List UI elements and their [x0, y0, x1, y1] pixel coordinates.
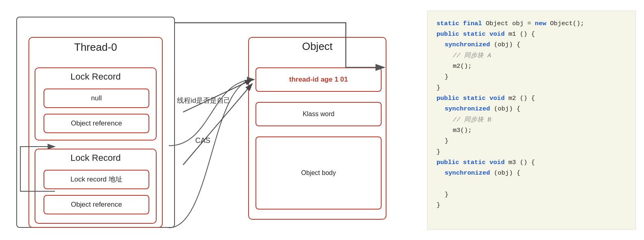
kw: Object obj =	[486, 20, 535, 27]
kw: }	[437, 84, 440, 91]
kw: }	[437, 148, 440, 156]
kw: (obj) {	[494, 105, 520, 112]
code-line-0: static final Object obj = new Object();	[437, 18, 627, 29]
lr2-cell2: Object reference	[44, 195, 149, 214]
kw: public static void	[437, 30, 509, 38]
code-line-15	[453, 179, 627, 189]
lock-record-1-label: Lock Record	[35, 71, 156, 82]
code-line-11: }	[445, 136, 627, 146]
lock-record-2-label: Lock Record	[35, 153, 156, 163]
kw: }	[437, 201, 440, 209]
kw: synchronized	[445, 41, 494, 48]
code-line-16: }	[445, 189, 627, 200]
cas-label: CAS	[195, 136, 210, 145]
code-line-10: m3();	[453, 125, 627, 136]
kw: static final	[437, 20, 486, 27]
kw: }	[445, 191, 448, 198]
kw: m2();	[453, 63, 472, 70]
kw: public static void	[437, 159, 509, 166]
object-label: Object	[260, 40, 374, 53]
kw: synchronized	[445, 169, 494, 177]
thread-box-label: Thread-0	[41, 41, 151, 54]
kw: new	[535, 20, 550, 27]
code-line-6: }	[437, 82, 627, 93]
code-line-8: synchronized (obj) {	[445, 104, 627, 114]
code-line-14: synchronized (obj) {	[445, 168, 627, 178]
kw: (obj) {	[494, 169, 520, 177]
code-line-7: public static void m2 () {	[437, 93, 627, 104]
kw: m3();	[453, 127, 472, 134]
code-line-13: public static void m3 () {	[437, 157, 627, 168]
lr2-cell1: Lock record 地址	[44, 170, 149, 189]
lr1-cell2-value: Object reference	[71, 119, 122, 128]
obj-cell-2: Klass word	[255, 102, 382, 126]
lr2-cell1-value: Lock record 地址	[70, 175, 122, 184]
lock-record-2-box: Lock Record Lock record 地址 Object refere…	[35, 149, 157, 224]
kw: Object();	[550, 20, 584, 27]
kw: }	[445, 73, 448, 80]
kw: // 同步块 B	[453, 116, 491, 123]
code-line-1: public static void m1 () {	[437, 29, 627, 39]
obj-cell1-value: thread-id age 1 01	[289, 76, 348, 84]
diagram-area: Thread-0 Lock Record null Object referen…	[8, 4, 415, 236]
kw: m3 () {	[509, 159, 535, 166]
lr2-cell2-value: Object reference	[71, 201, 122, 209]
lr1-cell1: null	[44, 89, 149, 108]
kw: public static void	[437, 95, 509, 102]
code-line-2: synchronized (obj) {	[445, 39, 627, 50]
code-panel: static final Object obj = new Object(); …	[427, 11, 636, 230]
kw: // 同步块 A	[453, 52, 491, 59]
code-line-5: }	[445, 71, 627, 82]
kw: m1 () {	[509, 30, 535, 38]
thread-check-label: 线程id是否是自己	[177, 96, 231, 105]
kw: synchronized	[445, 105, 494, 112]
kw: }	[445, 137, 448, 145]
obj-cell3-value: Object body	[301, 169, 336, 177]
kw: m2 () {	[509, 95, 535, 102]
obj-cell2-value: Klass word	[303, 110, 334, 118]
obj-ref1-arrow	[169, 80, 254, 146]
lr1-cell2: Object reference	[44, 114, 149, 133]
obj-cell-1: thread-id age 1 01	[255, 67, 382, 92]
obj-cell-3: Object body	[255, 136, 382, 210]
code-line-17: }	[437, 200, 627, 210]
code-line-9: // 同步块 B	[453, 115, 627, 125]
code-line-3: // 同步块 A	[453, 50, 627, 61]
lock-record-1-box: Lock Record null Object reference	[35, 67, 157, 141]
kw: (obj) {	[494, 41, 520, 48]
code-line-4: m2();	[453, 61, 627, 71]
lr1-cell1-value: null	[91, 94, 102, 102]
code-line-12: }	[437, 147, 627, 157]
